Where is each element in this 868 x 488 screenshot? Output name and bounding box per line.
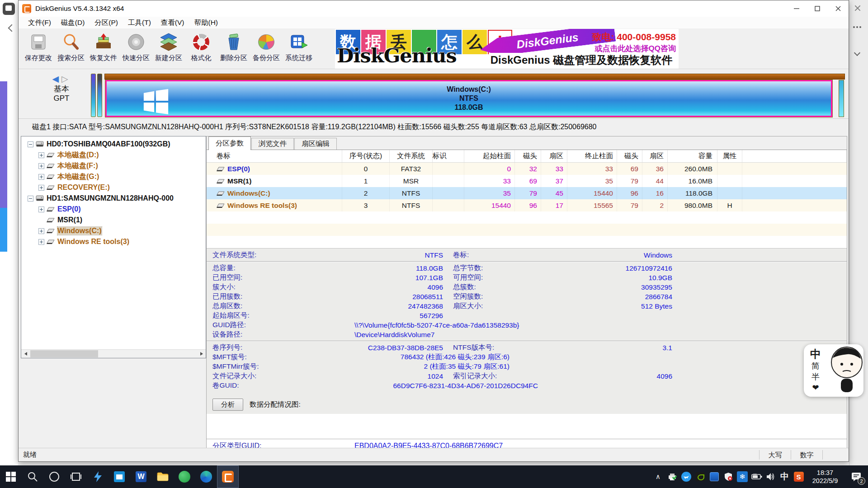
start-button[interactable] (0, 465, 22, 488)
delete-partition-button[interactable]: 删除分区 (217, 29, 250, 67)
expand-icon[interactable] (38, 152, 44, 158)
col-volume-label[interactable]: 卷标 (207, 150, 342, 162)
ime-floating-widget[interactable]: 中 简 半 ❤ (804, 344, 863, 397)
tree-item-recovery-e[interactable]: RECOVERY(E:) (21, 182, 206, 193)
intel-graphics-icon[interactable] (707, 465, 721, 488)
col-capacity[interactable]: 容量 (668, 150, 717, 162)
backup-partition-button[interactable]: 备份分区 (250, 29, 283, 67)
col-start-cylinder[interactable]: 起始柱面 (464, 150, 515, 162)
table-row-msr[interactable]: MSR(1) 1 MSR 33 69 37 35 79 44 16.0MB (207, 175, 847, 187)
partition-sliver-esp[interactable] (91, 74, 96, 117)
ad-qq-link[interactable]: 或点击此处选择QQ咨询 (595, 43, 676, 54)
tree-item-local-f[interactable]: 本地磁盘(F:) (21, 160, 206, 171)
dingtalk-icon[interactable] (679, 465, 693, 488)
tree-item-windows-c[interactable]: Windows(C:) (21, 225, 206, 236)
store-icon (114, 471, 125, 482)
taskbar-search-button[interactable] (22, 465, 43, 488)
save-changes-button[interactable]: 保存更改 (22, 29, 55, 67)
expand-icon[interactable] (38, 228, 44, 234)
partition-block-windows-c[interactable]: Windows(C:) NTFS 118.0GB (105, 80, 832, 117)
recover-files-button[interactable]: 恢复文件 (87, 29, 120, 67)
taskbar-clock[interactable]: 18:37 2022/5/9 (806, 469, 844, 485)
edge-button[interactable] (195, 465, 217, 488)
diskgenius-taskbar-button[interactable] (217, 465, 239, 488)
col-flag[interactable]: 标识 (433, 150, 464, 162)
battery-icon[interactable] (750, 465, 764, 488)
statusbar: 就绪 大写 数字 (19, 448, 849, 461)
col-index-status[interactable]: 序号(状态) (342, 150, 390, 162)
snowflake-tool-icon[interactable]: ❄ (737, 471, 748, 482)
expand-icon[interactable] (38, 206, 44, 212)
expand-icon[interactable] (38, 163, 44, 169)
table-row-windows-c-selected[interactable]: Windows(C:) 2 NTFS 35 79 45 15440 96 16 … (207, 187, 847, 199)
menu-partition[interactable]: 分区(P) (90, 18, 123, 28)
col-end-cylinder[interactable]: 终止柱面 (567, 150, 617, 162)
scroll-right-arrow[interactable] (197, 350, 206, 358)
defender-shield-icon[interactable] (721, 465, 735, 488)
menu-view[interactable]: 查看(V) (156, 18, 189, 28)
notification-center-button[interactable]: 2 (844, 465, 868, 488)
collapse-icon[interactable] (28, 141, 33, 147)
tree-item-msr[interactable]: MSR(1) (21, 215, 206, 225)
tab-browse-files[interactable]: 浏览文件 (251, 138, 294, 150)
menu-help[interactable]: 帮助(H) (189, 18, 223, 28)
scroll-left-arrow[interactable] (21, 350, 30, 358)
hard-disk-icon (36, 141, 44, 148)
cortana-button[interactable] (43, 465, 65, 488)
scrollbar-thumb[interactable] (30, 350, 98, 357)
search-partition-button[interactable]: 搜索分区 (55, 29, 87, 67)
maximize-button[interactable] (807, 0, 828, 17)
new-partition-button[interactable]: 新建分区 (152, 29, 185, 67)
tree-item-esp[interactable]: ESP(0) (21, 204, 206, 215)
file-explorer-button[interactable] (152, 465, 174, 488)
lightning-app-button[interactable] (87, 465, 108, 488)
minimize-button[interactable] (786, 0, 807, 17)
nvidia-icon[interactable] (693, 465, 707, 488)
menu-tools[interactable]: 工具(T) (123, 18, 156, 28)
disk-tree-panel: HD0:TOSHIBAMQ04ABF100(932GB) 本地磁盘(D:) 本地… (21, 136, 206, 358)
task-view-button[interactable] (65, 465, 87, 488)
browser-360-button[interactable] (174, 465, 195, 488)
analyze-button[interactable]: 分析 (212, 399, 243, 411)
partition-sliver-re-tools[interactable] (839, 80, 844, 117)
expand-icon[interactable] (38, 239, 44, 245)
table-row-windows-re-tools[interactable]: Windows RE tools(3) 3 NTFS 15440 96 17 1… (207, 199, 847, 211)
tab-partition-params[interactable]: 分区参数 (208, 136, 251, 150)
tree-item-hd1[interactable]: HD1:SAMSUNGMZNLN128HAHQ-000 (21, 193, 206, 204)
word-button[interactable]: W (130, 465, 152, 488)
menu-file[interactable]: 文件(F) (23, 18, 56, 28)
tree-item-local-d[interactable]: 本地磁盘(D:) (21, 150, 206, 160)
printer-status-icon[interactable] (665, 465, 679, 488)
tree-item-local-g[interactable]: 本地磁盘(G:) (21, 171, 206, 182)
menu-disk[interactable]: 磁盘(D) (56, 18, 90, 28)
system-migrate-button[interactable]: 系统迁移 (283, 29, 315, 67)
sogou-icon[interactable]: S (792, 465, 806, 488)
col-attributes[interactable]: 属性 (717, 150, 742, 162)
expand-icon[interactable] (38, 185, 44, 191)
table-row-esp[interactable]: ESP(0) 0 FAT32 0 32 33 33 69 36 260.0MB (207, 163, 847, 175)
quick-partition-button[interactable]: 快速分区 (120, 29, 152, 67)
next-disk-arrow[interactable]: ▷ (61, 74, 71, 84)
col-start-sector[interactable]: 扇区 (541, 150, 567, 162)
col-end-head[interactable]: 磁头 (617, 150, 642, 162)
menubar: 文件(F) 磁盘(D) 分区(P) 工具(T) 查看(V) 帮助(H) (19, 17, 849, 28)
ime-indicator[interactable]: 中 (778, 465, 792, 488)
expand-icon[interactable] (38, 174, 44, 180)
col-start-head[interactable]: 磁头 (515, 150, 541, 162)
hidden-icons-chevron[interactable]: ∧ (651, 465, 665, 488)
tab-sector-edit[interactable]: 扇区编辑 (294, 138, 337, 150)
tree-item-hd0[interactable]: HD0:TOSHIBAMQ04ABF100(932GB) (21, 139, 206, 150)
collapse-icon[interactable] (28, 196, 33, 202)
ad-banner[interactable]: 数 据 丢 怎 么 ! DiskGenius DiskGenius 致电: 40… (335, 29, 679, 69)
partition-sliver-msr[interactable] (97, 74, 102, 117)
col-filesystem[interactable]: 文件系统 (390, 150, 433, 162)
format-button[interactable]: 格式化 (185, 29, 217, 67)
tree-horizontal-scrollbar[interactable] (21, 349, 206, 358)
lightning-icon (93, 471, 103, 482)
store-button[interactable] (108, 465, 130, 488)
col-end-sector[interactable]: 扇区 (642, 150, 668, 162)
volume-icon[interactable] (764, 465, 778, 488)
prev-disk-arrow[interactable]: ◀ (52, 74, 61, 84)
tree-item-windows-re-tools[interactable]: Windows RE tools(3) (21, 236, 206, 247)
close-button[interactable] (828, 0, 849, 17)
